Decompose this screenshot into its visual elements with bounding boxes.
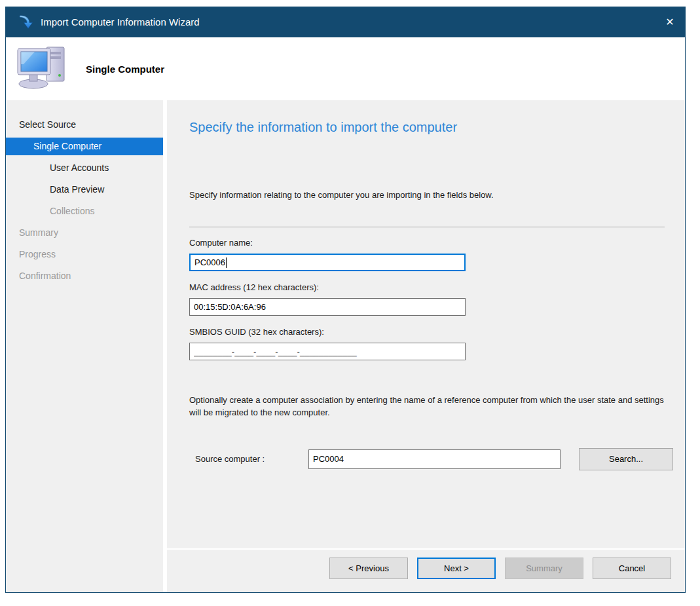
association-note: Optionally create a computer association… bbox=[189, 394, 675, 419]
close-icon: ✕ bbox=[665, 16, 674, 28]
summary-button: Summary bbox=[505, 558, 583, 579]
wizard-arrow-icon bbox=[16, 14, 33, 31]
source-computer-row: Source computer : Search... bbox=[189, 448, 665, 470]
close-button[interactable]: ✕ bbox=[655, 7, 685, 37]
step-data-preview[interactable]: Data Preview bbox=[6, 181, 163, 199]
section-divider bbox=[189, 227, 665, 227]
cancel-button[interactable]: Cancel bbox=[593, 558, 671, 579]
source-computer-input[interactable] bbox=[308, 449, 561, 469]
smbios-guid-input[interactable] bbox=[189, 343, 466, 360]
step-confirmation: Confirmation bbox=[6, 267, 163, 285]
intro-text: Specify information relating to the comp… bbox=[189, 190, 665, 200]
wizard-body: Select Source Single Computer User Accou… bbox=[6, 100, 685, 592]
titlebar: Import Computer Information Wizard ✕ bbox=[6, 7, 685, 37]
footer-button-bar: < Previous Next > Summary Cancel bbox=[167, 550, 685, 592]
step-user-accounts[interactable]: User Accounts bbox=[6, 159, 163, 177]
computer-name-value: PC0006 bbox=[194, 257, 225, 267]
wizard-steps-sidebar: Select Source Single Computer User Accou… bbox=[6, 100, 163, 592]
wizard-window: Import Computer Information Wizard ✕ bbox=[5, 7, 686, 593]
previous-button[interactable]: < Previous bbox=[329, 558, 408, 579]
mac-address-label: MAC address (12 hex characters): bbox=[189, 282, 665, 292]
window-title: Import Computer Information Wizard bbox=[41, 16, 655, 28]
search-button[interactable]: Search... bbox=[579, 448, 673, 470]
mac-address-input[interactable] bbox=[189, 298, 466, 316]
header-title: Single Computer bbox=[86, 64, 164, 75]
wizard-header: Single Computer bbox=[6, 37, 685, 100]
computer-icon bbox=[15, 45, 69, 93]
page-title: Specify the information to import the co… bbox=[189, 120, 665, 135]
step-summary: Summary bbox=[6, 224, 163, 242]
source-computer-label: Source computer : bbox=[189, 454, 308, 464]
computer-name-label: Computer name: bbox=[189, 238, 665, 248]
step-single-computer[interactable]: Single Computer bbox=[6, 138, 163, 155]
text-caret bbox=[226, 257, 227, 268]
step-progress: Progress bbox=[6, 246, 163, 263]
content-column: Specify the information to import the co… bbox=[167, 100, 685, 592]
next-button[interactable]: Next > bbox=[417, 558, 496, 579]
computer-name-input[interactable]: PC0006 bbox=[189, 254, 466, 271]
main-panel: Specify the information to import the co… bbox=[167, 100, 685, 548]
smbios-guid-label: SMBIOS GUID (32 hex characters): bbox=[189, 327, 665, 337]
step-collections: Collections bbox=[6, 202, 163, 220]
step-select-source[interactable]: Select Source bbox=[6, 116, 163, 134]
